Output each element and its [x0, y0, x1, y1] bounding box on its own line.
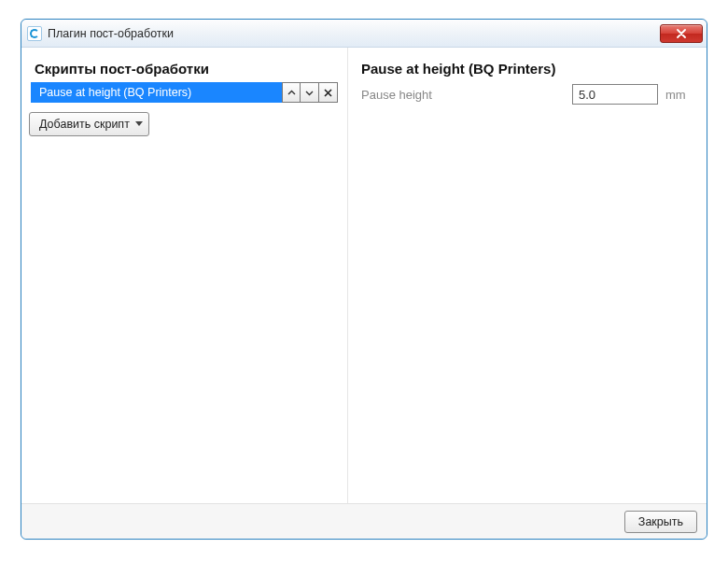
chevron-up-icon [287, 90, 296, 96]
settings-heading: Pause at height (BQ Printers) [356, 51, 697, 82]
remove-script-button[interactable] [319, 82, 338, 103]
close-icon [676, 29, 687, 38]
script-row[interactable]: Pause at height (BQ Printers) [31, 82, 338, 103]
close-button[interactable]: Закрыть [624, 511, 697, 533]
setting-unit: mm [665, 88, 692, 102]
window-close-button[interactable] [660, 24, 703, 43]
pause-height-input[interactable] [572, 84, 658, 105]
script-name[interactable]: Pause at height (BQ Printers) [31, 82, 282, 103]
setting-row: Pause height mm [356, 82, 697, 106]
setting-label: Pause height [361, 88, 565, 102]
add-script-label: Добавить скрипт [39, 118, 130, 131]
window-title: Плагин пост-обработки [48, 27, 660, 40]
dialog-body: Скрипты пост-обработки Pause at height (… [21, 48, 707, 503]
settings-panel: Pause at height (BQ Printers) Pause heig… [348, 48, 707, 503]
titlebar: Плагин пост-обработки [21, 20, 707, 48]
scripts-heading: Скрипты пост-обработки [29, 51, 340, 82]
dialog-footer: Закрыть [21, 503, 707, 539]
caret-down-icon [135, 121, 143, 127]
close-button-label: Закрыть [638, 515, 683, 528]
x-icon [324, 89, 332, 97]
chevron-down-icon [305, 90, 314, 96]
scripts-list: Pause at height (BQ Printers) [29, 82, 340, 103]
app-icon [27, 26, 42, 41]
dialog-window: Плагин пост-обработки Скрипты пост-обраб… [21, 19, 707, 540]
scripts-panel: Скрипты пост-обработки Pause at height (… [21, 48, 348, 503]
move-up-button[interactable] [282, 82, 301, 103]
move-down-button[interactable] [301, 82, 319, 103]
add-script-button[interactable]: Добавить скрипт [29, 112, 149, 136]
